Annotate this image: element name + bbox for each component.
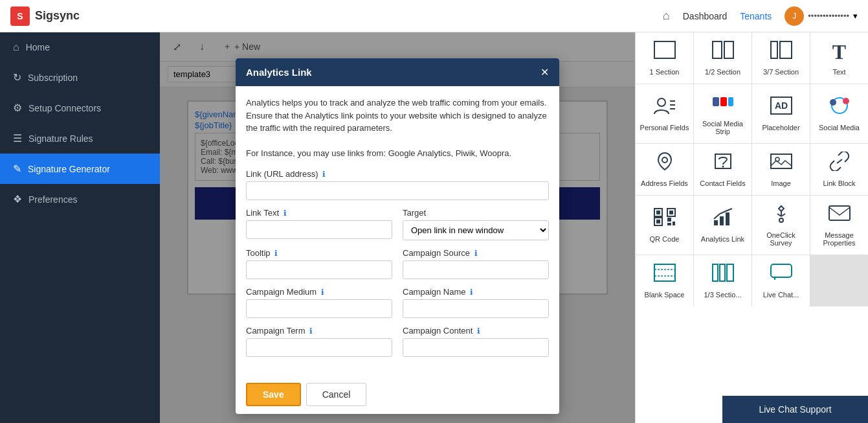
panel-item-image[interactable]: Image	[752, 144, 810, 195]
panel-label-social-strip: Social Media Strip	[698, 120, 748, 135]
panel-label-analytics-link: Analytics Link	[701, 235, 744, 243]
panel-item-personal-fields[interactable]: Personal Fields	[636, 84, 693, 143]
live-chat-support[interactable]: Live Chat Support	[722, 396, 868, 423]
link-text-info-icon: ℹ	[284, 209, 287, 218]
panel-item-contact-fields[interactable]: Contact Fields	[694, 144, 751, 195]
tenants-link[interactable]: Tenants	[740, 11, 772, 21]
link-url-label: Link (URL address) ℹ	[246, 169, 549, 179]
link-url-input[interactable]	[246, 181, 549, 200]
panel-item-live-chat[interactable]: Live Chat...	[752, 255, 810, 306]
svg-rect-19	[771, 154, 792, 168]
sidebar-item-signature-generator[interactable]: ✎ Signature Generator	[0, 154, 160, 184]
panel-item-1-section[interactable]: 1 Section	[636, 32, 693, 84]
tooltip-col: Tooltip ℹ	[246, 248, 392, 287]
tooltip-info-icon: ℹ	[274, 249, 278, 258]
link-url-info-icon: ℹ	[322, 170, 326, 179]
modal-close-button[interactable]: ✕	[540, 66, 549, 78]
campaign-source-col: Campaign Source ℹ	[403, 248, 549, 287]
panel-item-half-section[interactable]: 1/2 Section	[694, 32, 751, 84]
tooltip-input[interactable]	[246, 260, 392, 279]
sidebar-label-home: Home	[26, 42, 50, 52]
panel-item-13-section[interactable]: 1/3 Sectio...	[694, 255, 751, 306]
svg-rect-30	[714, 220, 718, 225]
campaign-name-input[interactable]	[403, 299, 549, 318]
panel-item-link-block[interactable]: Link Block	[810, 144, 868, 195]
panel-item-blank-space[interactable]: Blank Space	[636, 255, 693, 306]
panel-item-qr-code[interactable]: QR Code	[636, 196, 693, 255]
campaign-content-label: Campaign Content ℹ	[403, 326, 549, 336]
sidebar-label-preferences: Preferences	[28, 194, 77, 205]
panel-grid: 1 Section 1/2 Section	[636, 32, 868, 306]
target-label: Target	[403, 208, 549, 218]
campaign-name-label: Campaign Name ℹ	[403, 287, 549, 297]
svg-text:AD: AD	[774, 100, 787, 111]
message-properties-icon	[828, 203, 851, 227]
campaign-medium-input[interactable]	[246, 299, 392, 318]
link-text-group: Link Text ℹ	[246, 208, 392, 239]
panel-item-oneclick-survey[interactable]: OneClick Survey	[752, 196, 810, 255]
link-text-input[interactable]	[246, 220, 392, 239]
panel-label-13-section: 1/3 Sectio...	[704, 291, 741, 299]
37-section-icon	[770, 40, 793, 64]
logo[interactable]: S Sigsync	[10, 6, 80, 26]
panel-item-placeholder[interactable]: AD Placeholder	[752, 84, 810, 143]
cancel-button[interactable]: Cancel	[306, 383, 367, 406]
svg-rect-24	[669, 211, 673, 214]
campaign-source-input[interactable]	[403, 260, 549, 279]
target-select[interactable]: Open link in new window Open link in sam…	[403, 220, 549, 240]
home-nav-icon[interactable]: ⌂	[663, 9, 670, 23]
save-button[interactable]: Save	[246, 383, 301, 406]
modal-footer: Save Cancel	[236, 375, 559, 414]
campaign-content-input[interactable]	[403, 338, 549, 357]
svg-point-16	[843, 98, 849, 104]
sidebar-item-subscription[interactable]: ↻ Subscription	[0, 62, 160, 93]
panel-item-social-media[interactable]: Social Media	[810, 84, 868, 143]
panel-item-address-fields[interactable]: Address Fields	[636, 144, 693, 195]
sidebar-item-setup-connectors[interactable]: ⚙ Setup Connectors	[0, 93, 160, 123]
tooltip-group: Tooltip ℹ	[246, 248, 392, 279]
contact-fields-icon	[711, 152, 735, 176]
svg-rect-26	[656, 220, 660, 223]
svg-rect-4	[780, 41, 792, 58]
preferences-icon: ❖	[13, 193, 22, 205]
medium-name-row: Campaign Medium ℹ Campaign Name ℹ	[246, 287, 549, 326]
svg-rect-37	[829, 206, 850, 220]
link-text-col: Link Text ℹ	[246, 208, 392, 248]
oneclick-survey-icon	[770, 203, 793, 227]
13-section-icon	[711, 263, 735, 287]
target-col: Target Open link in new window Open link…	[403, 208, 549, 248]
panel-label-social-media: Social Media	[819, 124, 860, 131]
modal-title: Analytics Link	[246, 67, 312, 78]
sidebar-label-rules: Signature Rules	[28, 133, 93, 144]
panel-item-social-strip[interactable]: Social Media Strip	[694, 84, 751, 143]
campaign-medium-group: Campaign Medium ℹ	[246, 287, 392, 318]
link-text-label: Link Text ℹ	[246, 208, 392, 218]
panel-item-message-properties[interactable]: Message Properties	[810, 196, 868, 255]
campaign-medium-col: Campaign Medium ℹ	[246, 287, 392, 326]
campaign-term-input[interactable]	[246, 338, 392, 357]
sidebar-item-signature-rules[interactable]: ☰ Signature Rules	[0, 123, 160, 154]
campaign-name-group: Campaign Name ℹ	[403, 287, 549, 318]
svg-rect-27	[667, 218, 671, 222]
top-navigation: S Sigsync ⌂ Dashboard Tenants J ••••••••…	[0, 0, 868, 32]
image-icon	[770, 152, 793, 176]
panel-label-personal-fields: Personal Fields	[640, 124, 689, 131]
app-name: Sigsync	[35, 9, 80, 23]
panel-item-37-section[interactable]: 3/7 Section	[752, 32, 810, 84]
sidebar-item-preferences[interactable]: ❖ Preferences	[0, 184, 160, 214]
user-menu[interactable]: J •••••••••••••• ▾	[785, 6, 858, 26]
panel-item-text[interactable]: T Text	[810, 32, 868, 84]
modal-header: Analytics Link ✕	[236, 58, 559, 86]
personal-fields-icon	[653, 96, 676, 120]
dashboard-link[interactable]: Dashboard	[683, 11, 728, 21]
panel-label-live-chat-item: Live Chat...	[763, 291, 799, 299]
content-area: ⤢ ↓ ＋ + New ${givenName... ${jobTitle} $…	[160, 32, 635, 423]
svg-rect-29	[667, 223, 671, 225]
panel-item-analytics-link[interactable]: Analytics Link	[694, 196, 751, 255]
sidebar-item-home[interactable]: ⌂ Home	[0, 32, 160, 62]
panel-label-blank-space: Blank Space	[645, 291, 685, 299]
term-content-row: Campaign Term ℹ Campaign Content ℹ	[246, 326, 549, 365]
sidebar: ⌂ Home ↻ Subscription ⚙ Setup Connectors…	[0, 32, 160, 423]
panel-label-qr-code: QR Code	[650, 235, 680, 243]
main-layout: ⌂ Home ↻ Subscription ⚙ Setup Connectors…	[0, 32, 868, 423]
